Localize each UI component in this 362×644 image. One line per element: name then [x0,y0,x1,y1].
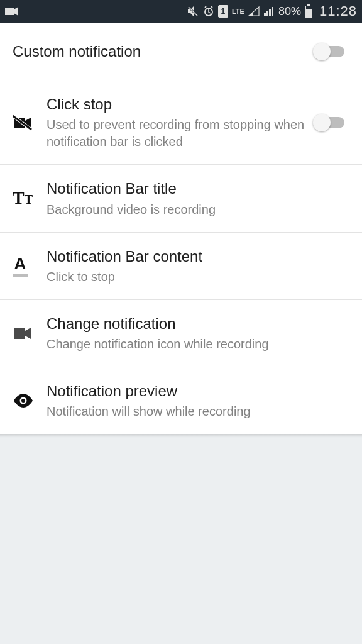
list-shadow [0,434,362,438]
item-subtitle: Click to stop [47,269,349,286]
item-subtitle: Background video is recording [47,201,349,218]
notification-preview-item[interactable]: Notification preview Notification will s… [0,367,362,434]
sim-icon: 1 [218,5,228,18]
click-stop-toggle[interactable] [315,114,349,131]
item-title: Click stop [47,94,308,114]
camera-icon [5,6,19,16]
battery-label: 80% [278,5,301,18]
text-size-icon: TT [13,189,38,207]
mute-icon [187,6,199,17]
settings-list: Custom notification Click stop Used to p… [0,23,362,434]
item-title: Custom notification [13,42,308,61]
alarm-icon [203,6,214,17]
notification-bar-content-item[interactable]: A Notification Bar content Click to stop [0,233,362,300]
custom-notification-item[interactable]: Custom notification [0,23,362,80]
item-title: Notification Bar title [47,179,349,198]
svg-point-9 [21,399,25,402]
item-title: Notification preview [47,381,349,401]
item-title: Change notification [47,314,349,333]
custom-notification-toggle[interactable] [315,43,349,60]
svg-rect-3 [307,4,310,6]
item-title: Notification Bar content [47,247,349,266]
lte-label: LTE [232,8,244,15]
click-stop-item[interactable]: Click stop Used to prevent recording fro… [0,80,362,165]
change-notification-item[interactable]: Change notification Change notification … [0,300,362,367]
camera-off-icon [13,114,38,131]
battery-icon [305,4,313,18]
signal-icon-1 [248,6,260,16]
clock-label: 11:28 [319,3,357,19]
item-subtitle: Notification will show while recording [47,403,349,420]
item-subtitle: Change notification icon while recording [47,336,349,353]
signal-icon-2 [263,6,275,16]
text-format-icon: A [13,255,38,277]
item-subtitle: Used to prevent recording from stopping … [47,116,308,150]
camera-icon [13,326,38,341]
svg-rect-5 [306,6,312,9]
notification-bar-title-item[interactable]: TT Notification Bar title Background vid… [0,165,362,232]
status-bar: 1 LTE 80% 11:28 [0,0,362,23]
eye-icon [13,394,38,408]
